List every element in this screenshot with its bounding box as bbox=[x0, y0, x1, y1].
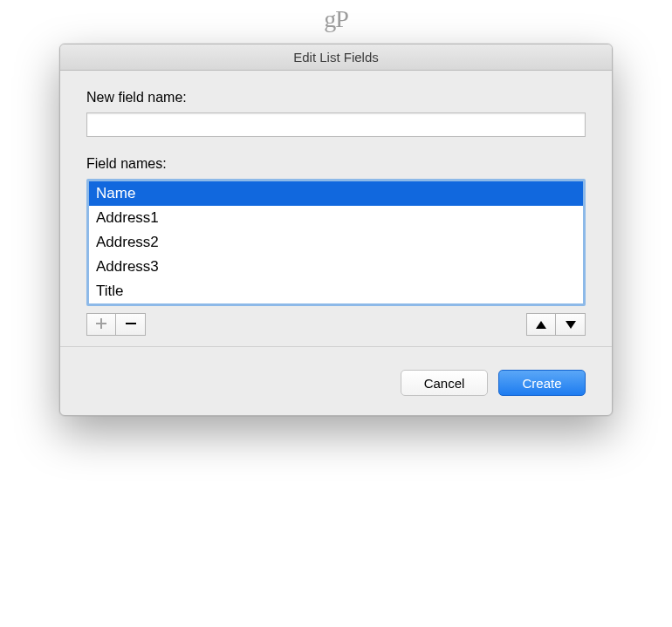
list-item[interactable]: Address3 bbox=[89, 255, 583, 279]
reorder-group bbox=[526, 313, 586, 336]
plus-icon bbox=[96, 317, 106, 332]
remove-field-button[interactable] bbox=[116, 313, 146, 336]
list-controls bbox=[86, 313, 586, 336]
new-field-name-input[interactable] bbox=[86, 112, 586, 137]
watermark-text: gP bbox=[324, 5, 348, 33]
edit-list-fields-dialog: Edit List Fields New field name: Field n… bbox=[59, 44, 613, 416]
new-field-name-label: New field name: bbox=[86, 90, 586, 106]
list-item[interactable]: Address2 bbox=[89, 230, 583, 255]
arrow-up-icon bbox=[536, 321, 546, 329]
minus-icon bbox=[126, 317, 136, 332]
arrow-down-icon bbox=[566, 321, 576, 329]
field-names-listbox[interactable]: Name Address1 Address2 Address3 Title bbox=[86, 179, 586, 306]
add-remove-group bbox=[86, 313, 146, 336]
cancel-button[interactable]: Cancel bbox=[401, 370, 488, 396]
list-item[interactable]: Address1 bbox=[89, 206, 583, 230]
field-names-label: Field names: bbox=[86, 156, 586, 172]
list-item[interactable]: Title bbox=[89, 279, 583, 303]
dialog-footer: Cancel Create bbox=[60, 354, 612, 415]
divider bbox=[60, 346, 612, 347]
list-item[interactable]: Name bbox=[89, 181, 583, 206]
create-button[interactable]: Create bbox=[498, 370, 586, 396]
add-field-button[interactable] bbox=[86, 313, 116, 336]
move-up-button[interactable] bbox=[526, 313, 556, 336]
dialog-title: Edit List Fields bbox=[60, 44, 612, 71]
svg-rect-0 bbox=[126, 323, 136, 324]
move-down-button[interactable] bbox=[556, 313, 586, 336]
dialog-content: New field name: Field names: Name Addres… bbox=[60, 71, 612, 354]
